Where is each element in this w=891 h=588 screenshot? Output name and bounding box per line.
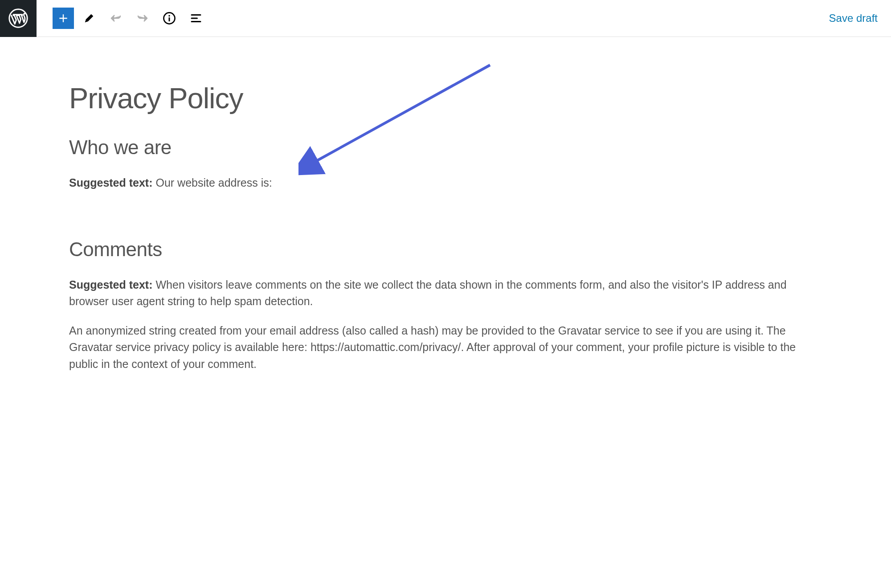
who-we-are-paragraph[interactable]: Suggested text: Our website address is: — [69, 175, 824, 192]
add-block-button[interactable] — [53, 8, 74, 29]
info-button[interactable] — [158, 7, 181, 30]
annotation-arrow — [298, 61, 495, 177]
heading-who-we-are[interactable]: Who we are — [69, 136, 824, 159]
plus-icon — [57, 12, 69, 24]
undo-icon — [109, 12, 123, 25]
pencil-icon — [83, 12, 95, 24]
edit-mode-button[interactable] — [78, 7, 101, 30]
toolbar-left — [37, 7, 208, 30]
svg-rect-3 — [169, 17, 170, 21]
redo-button[interactable] — [131, 7, 154, 30]
heading-comments[interactable]: Comments — [69, 238, 824, 261]
wordpress-logo-button[interactable] — [0, 0, 37, 37]
comments-paragraph-1[interactable]: Suggested text: When visitors leave comm… — [69, 277, 824, 310]
svg-point-2 — [168, 15, 170, 17]
toolbar-right: Save draft — [829, 12, 891, 24]
editor-content: Privacy Policy Who we are Suggested text… — [0, 37, 891, 372]
redo-icon — [136, 12, 149, 25]
save-draft-button[interactable]: Save draft — [829, 12, 878, 24]
page-title[interactable]: Privacy Policy — [69, 82, 824, 115]
wordpress-icon — [8, 8, 28, 28]
suggested-text-label: Suggested text: — [69, 278, 153, 291]
outline-button[interactable] — [184, 7, 208, 30]
suggested-text-body: When visitors leave comments on the site… — [69, 278, 787, 308]
list-outline-icon — [189, 12, 203, 25]
info-icon — [163, 12, 176, 25]
comments-section: Comments Suggested text: When visitors l… — [69, 238, 824, 373]
suggested-text-label: Suggested text: — [69, 176, 153, 189]
editor-topbar: Save draft — [0, 0, 891, 37]
comments-paragraph-2[interactable]: An anonymized string created from your e… — [69, 323, 824, 373]
suggested-text-body: Our website address is: — [153, 176, 272, 189]
undo-button[interactable] — [104, 7, 127, 30]
